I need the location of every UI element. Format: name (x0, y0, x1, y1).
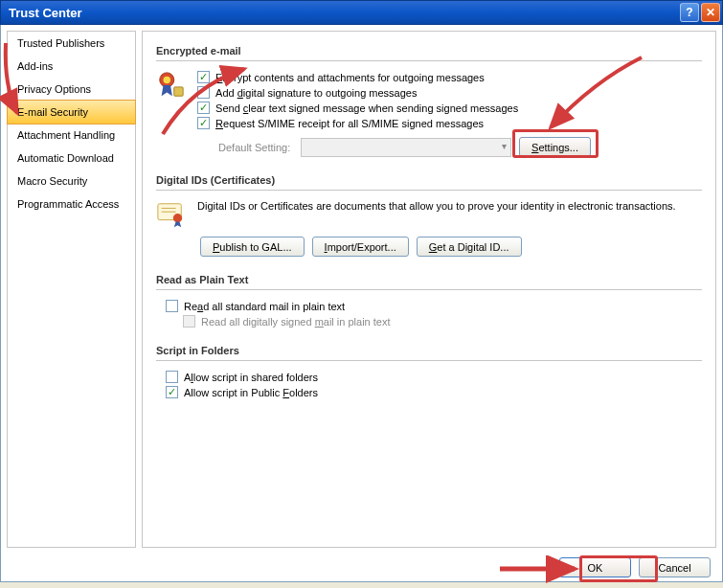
sidebar-item-label: Attachment Handling (17, 129, 115, 141)
section-title: Digital IDs (Certificates) (156, 174, 702, 191)
cancel-button[interactable]: Cancel (639, 557, 711, 577)
section-title: Encrypted e-mail (156, 45, 702, 61)
svg-point-1 (164, 77, 171, 84)
sidebar-item-label: Trusted Publishers (17, 37, 104, 49)
sidebar-item-label: Programmatic Access (17, 198, 119, 210)
sign-label: Add digital signature to outgoing messag… (215, 87, 417, 99)
svg-point-6 (173, 214, 182, 222)
sidebar-item-label: E-mail Security (17, 106, 88, 118)
sidebar-item-privacy-options[interactable]: Privacy Options (8, 78, 135, 101)
import-export-button[interactable]: Import/Export... (312, 237, 409, 257)
svg-rect-2 (174, 87, 183, 96)
get-digital-id-button[interactable]: Get a Digital ID... (417, 237, 522, 257)
content-panel: Encrypted e-mail ✓ Encrypt contents and … (142, 31, 716, 548)
title-bar: Trust Center ? ✕ (0, 0, 723, 25)
receipt-label: Request S/MIME receipt for all S/MIME si… (215, 118, 484, 129)
section-script-folders: Script in Folders Allow script in shared… (156, 345, 702, 398)
default-setting-label: Default Setting: (197, 142, 293, 153)
default-setting-combo[interactable] (301, 138, 511, 157)
sidebar-item-automatic-download[interactable]: Automatic Download (8, 147, 135, 170)
script-shared-label: Allow script in shared folders (184, 372, 318, 383)
cleartext-label: Send clear text signed message when send… (215, 102, 518, 114)
dialog-footer: OK Cancel (0, 554, 723, 582)
read-signed-plain-checkbox (183, 315, 195, 328)
sidebar-item-add-ins[interactable]: Add-ins (8, 55, 135, 78)
encrypt-checkbox[interactable]: ✓ (197, 71, 210, 83)
digital-ids-desc: Digital IDs or Certificates are document… (197, 200, 699, 212)
script-public-checkbox[interactable]: ✓ (166, 386, 178, 398)
sidebar-item-attachment-handling[interactable]: Attachment Handling (8, 124, 135, 147)
ribbon-lock-icon (156, 71, 194, 102)
close-button[interactable]: ✕ (701, 3, 720, 22)
section-title: Script in Folders (156, 345, 702, 361)
section-plain-text: Read as Plain Text Read all standard mai… (156, 274, 702, 328)
read-signed-plain-label: Read all digitally signed mail in plain … (201, 316, 391, 328)
sidebar-item-label: Privacy Options (17, 83, 91, 95)
publish-gal-button[interactable]: Publish to GAL... (200, 237, 305, 257)
receipt-checkbox[interactable]: ✓ (197, 117, 210, 129)
settings-button[interactable]: Settings... (519, 137, 591, 157)
section-digital-ids: Digital IDs (Certificates) Digital IDs o… (156, 174, 702, 257)
certificate-icon (156, 200, 194, 231)
sidebar-item-label: Automatic Download (17, 152, 114, 164)
sidebar-item-programmatic-access[interactable]: Programmatic Access (8, 192, 135, 215)
read-all-plain-label: Read all standard mail in plain text (184, 301, 345, 312)
script-shared-checkbox[interactable] (166, 371, 178, 383)
sidebar-item-macro-security[interactable]: Macro Security (8, 170, 135, 192)
sign-checkbox[interactable] (197, 86, 210, 99)
sidebar-item-trusted-publishers[interactable]: Trusted Publishers (8, 32, 135, 55)
script-public-label: Allow script in Public Folders (184, 387, 318, 398)
sidebar-item-email-security[interactable]: E-mail Security (7, 100, 136, 124)
help-button[interactable]: ? (680, 3, 699, 22)
section-title: Read as Plain Text (156, 274, 702, 290)
sidebar-item-label: Add-ins (17, 60, 53, 72)
ok-button[interactable]: OK (559, 557, 631, 577)
encrypt-label: Encrypt contents and attachments for out… (215, 72, 485, 83)
sidebar: Trusted Publishers Add-ins Privacy Optio… (7, 31, 136, 548)
window-title: Trust Center (9, 6, 82, 20)
cleartext-checkbox[interactable]: ✓ (197, 102, 210, 114)
section-encrypted-email: Encrypted e-mail ✓ Encrypt contents and … (156, 45, 702, 157)
read-all-plain-checkbox[interactable] (166, 300, 178, 312)
sidebar-item-label: Macro Security (17, 175, 87, 187)
